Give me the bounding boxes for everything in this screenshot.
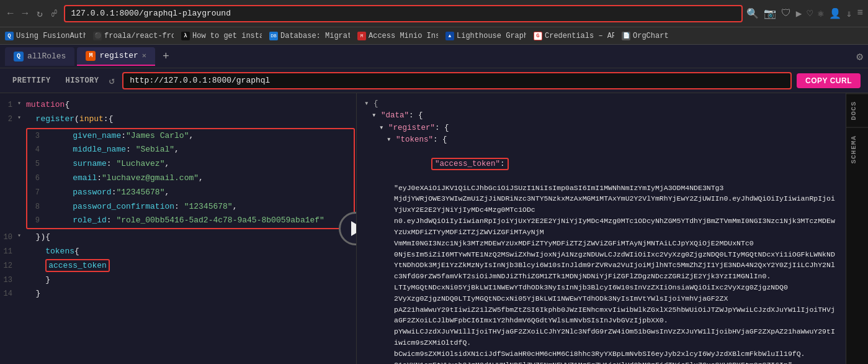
endpoint-value: http://127.0.0.1:8000/graphql [130, 76, 270, 85]
heart-icon[interactable]: ♡ [807, 7, 813, 20]
tab-label-allroles: allRoles [27, 52, 66, 61]
code-line-11: 11 tokens{ [0, 245, 356, 259]
input-highlight-box: 3 given_name:"James Carlo", 4 middle_nam… [26, 128, 355, 230]
camera-icon[interactable]: 📷 [764, 7, 776, 20]
result-token-value-7: 2VyXzg0ZjgzNDQ0LTIyMGQtNDcxNi05YjBkLWI1N… [364, 293, 838, 304]
code-line-12: 12 access_token [0, 259, 356, 273]
code-line-4: 4 middle_name: "Sebial", [27, 143, 354, 157]
run-query-button[interactable] [339, 212, 357, 245]
code-line-2: 2 ▾ register(input:{ [0, 112, 356, 127]
tab-register[interactable]: M register ✕ [77, 47, 155, 66]
result-register-key: ▾ "register": { [364, 122, 838, 134]
address-bar[interactable]: 127.0.0.1:8000/graphql-playground [64, 5, 743, 22]
result-token-value-8: pAZ21haWwuY29tIiwiZ21lZW5fbmZtZSI6Ikphb0… [364, 304, 838, 327]
graphql-playground: Q allRoles M register ✕ + ⚙ PRETTIFY HIS… [0, 45, 868, 364]
add-tab-button[interactable]: + [158, 50, 174, 63]
result-access-token-key: "access_token": [364, 147, 838, 183]
result-token-value-9: pYWwiLCJzdXJuYW1llIjoiTHVjaGF2ZXoiLCJhY2… [364, 326, 838, 348]
result-data-key: ▾ "data": { [364, 110, 838, 122]
prettify-button[interactable]: PRETTIFY [7, 74, 56, 88]
result-token-value-6: LTIyMGQtNDcxNi05YjBkLWI1NWEwYTdhODk3NyIs… [364, 282, 838, 293]
result-open-brace: ▾ { [364, 98, 838, 110]
code-line-10: 10 ▾ }){ [0, 230, 356, 245]
tab-close-button[interactable]: ✕ [142, 51, 146, 60]
person-icon[interactable]: 👤 [829, 7, 841, 20]
reload-button[interactable]: ↻ [34, 6, 45, 21]
code-line-3: 3 given_name:"James Carlo", [27, 129, 354, 143]
tabs-row: Q allRoles M register ✕ + ⚙ [0, 45, 868, 68]
bookmark-credentials[interactable]: G Credentials – APIs... [534, 32, 614, 40]
tab-icon-allroles: Q [14, 52, 24, 61]
search-icon[interactable]: 🔍 [746, 7, 759, 20]
right-sidebar: DOCS SCHEMA [846, 93, 868, 364]
code-line-1: 1 ▾ mutation{ [0, 98, 356, 112]
tab-label-register: register [99, 51, 138, 60]
menu-icon[interactable]: ≡ [857, 7, 863, 20]
bookmark-instant[interactable]: λ How to get instant... [181, 32, 262, 40]
back-button[interactable]: ← [5, 7, 16, 20]
docs-tab[interactable]: DOCS [846, 93, 868, 127]
code-line-8: 8 password_confirmation: "12345678", [27, 200, 354, 214]
result-token-value-5: 0NjEsIm5iZiI6MTYwNTE1NzQ2MSwiZXhwIjoxNjA… [364, 249, 838, 282]
bookmark-lighthouse[interactable]: ▲ Lighthouse GraphQ... [445, 32, 526, 40]
result-tokens-key: ▾ "tokens": { [364, 134, 838, 146]
code-line-13: 13 } [0, 273, 356, 288]
history-button[interactable]: HISTORY [61, 74, 104, 88]
code-line-5: 5 surname: "Luchavez", [27, 157, 354, 171]
tab-allroles[interactable]: Q allRoles [5, 47, 74, 66]
browser-toolbar-icons: 🔍 📷 🛡 ▶ ♡ ⚛ 👤 ⇓ ≡ [746, 7, 863, 20]
bookmark-fusionauth[interactable]: Q Using FusionAuth o... [5, 32, 86, 40]
bookmark-database[interactable]: DB Database: Migratio... [269, 32, 350, 40]
play-triangle-icon [351, 221, 357, 236]
access-token-key-highlight: "access_token": [431, 158, 509, 170]
code-line-6: 6 email:"luchavez@gmail.com", [27, 171, 354, 186]
bookmarks-bar: Q Using FusionAuth o... ⚫ froala/react-f… [0, 27, 868, 45]
result-token-value-2: MjdjYWRjOWE3YWIwZmU1ZjJiNDRiNzc3NTY5Nzkx… [364, 193, 838, 216]
tab-icon-register: M [86, 51, 96, 61]
refresh-icon[interactable]: ↺ [109, 75, 115, 87]
shield-icon[interactable]: 🛡 [781, 7, 791, 20]
download-icon[interactable]: ⇓ [846, 7, 852, 20]
toolbar: PRETTIFY HISTORY ↺ http://127.0.0.1:8000… [0, 68, 868, 93]
result-token-value-1: "eyJ0eXAiOiJKV1QiLCJhbGciOiJSUzI1NiIsImp… [364, 183, 838, 194]
home-button[interactable]: ☍ [49, 6, 60, 21]
settings-icon[interactable]: ⚙ [856, 50, 863, 63]
access-token-highlight: access_token [45, 259, 110, 272]
copy-curl-button[interactable]: COPY CURL [797, 73, 861, 88]
result-token-value-4: VmMmI0NGI3Nzc1Njk3MTzMDEwYzUxMDFiZTYyMDF… [364, 238, 838, 249]
play-icon[interactable]: ▶ [796, 7, 802, 20]
schema-tab[interactable]: SCHEMA [846, 127, 868, 171]
main-content: 1 ▾ mutation{ 2 ▾ register(input:{ 3 giv… [0, 93, 868, 364]
endpoint-input[interactable]: http://127.0.0.1:8000/graphql [122, 72, 792, 89]
bookmark-minio[interactable]: M Access Minio Instan... [357, 32, 438, 40]
code-line-9: 9 role_id: "role_00bb5416-5ad2-4c78-9a45… [27, 214, 354, 228]
address-text: 127.0.0.1:8000/graphql-playground [71, 9, 231, 18]
play-button-container [339, 212, 357, 245]
result-token-value-3: n0.eyJhdWQiOiIyIiwianRpIjoiYjUxY2E2E2YjN… [364, 216, 838, 238]
result-token-value-10: bCwicm9sZXMiOlsidXN1ciJdfSwiaHR0cHM6cHM6… [364, 348, 838, 360]
code-line-14: 14 } [0, 287, 356, 301]
code-line-7: 7 password:"12345678", [27, 186, 354, 200]
result-token-value-11: C1oYXN1cmEtYWxsb3JzM3d1WUMlNDFlZVZ5NmNEW… [364, 360, 838, 364]
editor-panel[interactable]: 1 ▾ mutation{ 2 ▾ register(input:{ 3 giv… [0, 93, 357, 364]
bookmark-orgchart[interactable]: 📄 OrgChart [622, 32, 669, 40]
puzzle-icon[interactable]: ⚛ [818, 7, 824, 20]
forward-button[interactable]: → [20, 7, 31, 20]
browser-chrome: ← → ↻ ☍ 127.0.0.1:8000/graphql-playgroun… [0, 0, 868, 27]
result-panel: ▾ { ▾ "data": { ▾ "register": { ▾ "token… [357, 93, 846, 364]
bookmark-froala[interactable]: ⚫ froala/react-froala-... [93, 32, 174, 40]
